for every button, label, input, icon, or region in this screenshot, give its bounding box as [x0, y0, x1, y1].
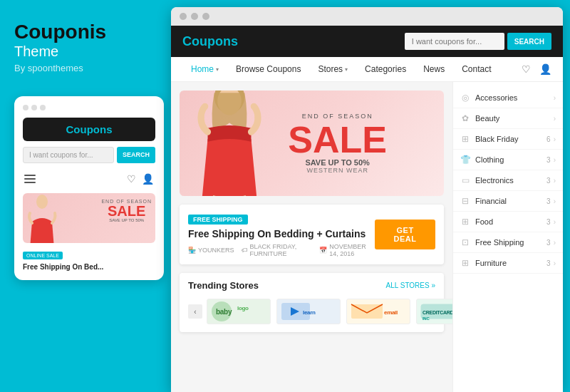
sidebar-item-furniture-left: ⊞ Furniture	[460, 258, 507, 268]
sidebar-item-financial[interactable]: ⊟ Financial 3 ›	[453, 191, 563, 212]
svg-text:baby: baby	[216, 308, 232, 316]
nav-link-stores[interactable]: Stores ▾	[309, 57, 356, 81]
hamburger-icon[interactable]	[24, 175, 36, 183]
store-logo-babylogo: baby logo	[207, 299, 271, 324]
sidebar-item-electronics[interactable]: ▭ Electronics 3 ›	[453, 170, 563, 191]
nav-link-categories[interactable]: Categories	[356, 57, 415, 81]
sidebar-label-beauty: Beauty	[475, 114, 499, 123]
mockup-hero-person	[26, 193, 58, 243]
carousel-prev-button[interactable]: ‹	[188, 304, 202, 319]
food-icon: ⊞	[460, 217, 470, 227]
financial-icon: ⊟	[460, 196, 470, 206]
trending-stores-header: Trending Stores ALL STORES »	[188, 280, 435, 291]
brand-by: By spoonthemes	[14, 63, 157, 73]
header-search-button[interactable]: SEARCH	[507, 33, 551, 50]
black-friday-icon: ⊞	[460, 134, 470, 144]
beauty-chevron: ›	[554, 115, 556, 123]
sidebar-label-accessories: Accessories	[475, 93, 517, 102]
bookmark-icon[interactable]: ♡	[127, 173, 136, 185]
get-deal-button[interactable]: GET DEAL	[375, 220, 435, 249]
sidebar-item-accessories[interactable]: ◎ Accessories ›	[453, 88, 563, 108]
coupon-store-name: YOUNKERS	[198, 247, 234, 254]
store-logo-learningvideos: learn	[276, 299, 341, 324]
sidebar-item-clothing[interactable]: 👕 Clothing 3 ›	[453, 150, 563, 170]
nav-link-news[interactable]: News	[415, 57, 453, 81]
store-item-creditcarding[interactable]: CREDITCARD INC	[416, 298, 452, 325]
mockup-search: I want coupons for... SEARCH	[23, 147, 155, 163]
sidebar-item-free-shipping-left: ⊡ Free Shipping	[460, 237, 524, 247]
mockup-dot-1	[23, 105, 28, 110]
hero-western-text: WESTERN WEAR	[288, 167, 387, 174]
clothing-icon: 👕	[460, 155, 470, 165]
chrome-dot-3	[202, 13, 209, 20]
tag-icon: 🏷	[242, 247, 248, 254]
nav-stores-label: Stores	[318, 64, 343, 74]
user-nav-icon[interactable]: 👤	[539, 63, 551, 75]
furniture-icon: ⊞	[460, 258, 470, 268]
mockup-search-button[interactable]: SEARCH	[117, 147, 155, 163]
header-search: SEARCH	[405, 33, 551, 50]
mockup-hero-banner: END OF SEASON SALE SAVE UP TO 50%	[23, 193, 155, 243]
mockup-logo: Coupons	[66, 123, 113, 135]
sidebar-label-clothing: Clothing	[475, 155, 504, 164]
sidebar-item-beauty[interactable]: ✿ Beauty ›	[453, 108, 563, 129]
financial-count: 3	[546, 197, 551, 205]
sidebar-item-black-friday[interactable]: ⊞ Black Friday 6 ›	[453, 129, 563, 150]
nav-link-browse-coupons[interactable]: Browse Coupons	[227, 57, 309, 81]
store-icon: 🏪	[188, 247, 196, 254]
store-item-emailmarketing[interactable]: email	[346, 298, 410, 325]
svg-point-0	[36, 195, 48, 209]
mockup-header: Coupons	[23, 118, 155, 141]
trending-stores-title: Trending Stores	[188, 280, 259, 291]
trending-stores-section: Trending Stores ALL STORES » ‹ baby logo	[180, 273, 444, 332]
hero-sale-text: SALE	[288, 121, 387, 158]
mockup-hero-text: END OF SEASON SALE SAVE UP TO 50%	[101, 199, 152, 222]
brand-name-text: Couponis	[14, 21, 106, 43]
black-friday-count: 6	[546, 135, 551, 143]
sidebar-item-free-shipping[interactable]: ⊡ Free Shipping 3 ›	[453, 232, 563, 253]
mobile-mockup: Coupons I want coupons for... SEARCH ♡ 👤	[14, 96, 164, 280]
user-icon[interactable]: 👤	[142, 173, 154, 185]
sidebar-item-beauty-left: ✿ Beauty	[460, 113, 499, 123]
nav-stores-arrow: ▾	[345, 66, 348, 73]
site-nav: Home ▾ Browse Coupons Stores ▾ Categorie…	[171, 57, 563, 82]
mockup-logo-highlight: s	[106, 123, 112, 135]
brand-title: Couponis	[14, 21, 157, 43]
stores-carousel: ‹ baby logo	[188, 298, 435, 325]
nav-link-home[interactable]: Home ▾	[182, 57, 227, 81]
chrome-dot-2	[191, 13, 198, 20]
svg-text:CREDITCARD: CREDITCARD	[423, 310, 452, 315]
accessories-chevron: ›	[554, 94, 556, 102]
electronics-count: 3	[546, 177, 551, 185]
store-item-learningvideos[interactable]: learn	[276, 298, 341, 325]
electronics-icon: ▭	[460, 175, 470, 185]
hero-person-svg	[187, 91, 272, 196]
sidebar-label-furniture: Furniture	[475, 259, 507, 267]
header-search-input[interactable]	[405, 33, 504, 50]
sidebar-item-food-left: ⊞ Food	[460, 217, 493, 227]
nav-link-contact[interactable]: Contact	[453, 57, 499, 81]
sidebar-item-food[interactable]: ⊞ Food 3 ›	[453, 212, 563, 232]
store-item-babylogo[interactable]: baby logo	[207, 298, 271, 325]
coupon-card: FREE SHIPPING Free Shipping On Bedding +…	[180, 205, 444, 264]
coupon-meta-date: 📅 NOVEMBER 14, 2016	[319, 243, 375, 257]
mockup-nav: ♡ 👤	[23, 169, 155, 189]
site-logo: Coupons	[182, 34, 238, 49]
sidebar-item-furniture[interactable]: ⊞ Furniture 3 ›	[453, 253, 563, 274]
sidebar-item-black-friday-left: ⊞ Black Friday	[460, 134, 519, 144]
bookmark-nav-icon[interactable]: ♡	[522, 63, 531, 75]
right-sidebar: ◎ Accessories › ✿ Beauty › ⊞ Black Frida…	[452, 82, 563, 392]
stores-list: baby logo learn	[207, 298, 452, 325]
clothing-chevron: ›	[554, 156, 556, 164]
accessories-icon: ◎	[460, 93, 470, 103]
beauty-icon: ✿	[460, 113, 470, 123]
coupon-category-text: BLACK FRIDAY, FURNITURE	[250, 243, 313, 257]
all-stores-link[interactable]: ALL STORES »	[386, 282, 435, 289]
coupon-left: FREE SHIPPING Free Shipping On Bedding +…	[188, 212, 375, 257]
svg-text:logo: logo	[237, 305, 249, 311]
mockup-search-input[interactable]: I want coupons for...	[23, 147, 114, 163]
mockup-sale-text: SALE	[101, 204, 152, 218]
coupon-badge: FREE SHIPPING	[188, 215, 248, 225]
financial-chevron: ›	[554, 197, 556, 205]
coupon-title: Free Shipping On Bedding + Curtains	[188, 228, 375, 239]
